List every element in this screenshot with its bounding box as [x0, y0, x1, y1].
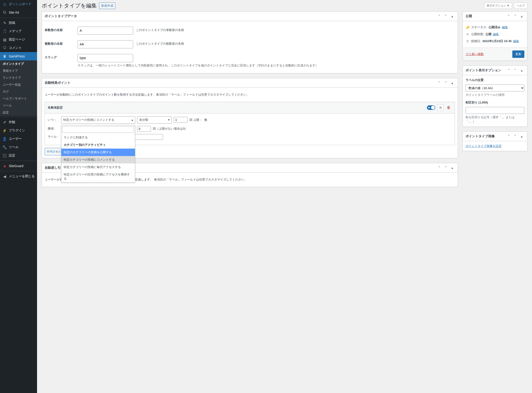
- edit-date-link[interactable]: 編集: [513, 39, 519, 43]
- add-new-button[interactable]: 新規作成: [99, 3, 115, 9]
- media-icon: 🎵: [2, 29, 7, 34]
- active-toggle[interactable]: [427, 105, 435, 110]
- label-position-label: ラベルの位置: [466, 78, 524, 82]
- box-title: ポイントタイプデータ: [45, 14, 77, 18]
- screen-options-tab[interactable]: 表示オプション ▼: [484, 3, 512, 9]
- duplicate-button[interactable]: ⧉: [437, 104, 443, 111]
- dropdown-option[interactable]: 特定カテゴリーの投稿に毎日アクセスする: [61, 163, 135, 171]
- earn-label: 獲得:: [48, 127, 59, 131]
- publish-box: 公開 ˄ ˅ ▴ 🔑 ステータス: 公開済み 編集 👁: [463, 11, 527, 61]
- sliders-icon: ⬛: [2, 153, 7, 158]
- admin-sidebar: ◷ダッシュボード GSite Kit ✎投稿 🎵メディア ▤固定ページ 🗨コメン…: [0, 0, 37, 393]
- plural-input[interactable]: [78, 40, 133, 48]
- count-input[interactable]: [174, 117, 187, 123]
- gamipress-submenu: ポイントタイプ 実績タイプ ランクタイプ ユーザー収益 ログ ヘルプ／サポート …: [0, 60, 37, 116]
- sidebar-item-pages[interactable]: ▤固定ページ: [0, 35, 37, 44]
- dropdown-option[interactable]: ランクに到達する: [61, 134, 135, 141]
- singular-desc: このポイントタイプの単数形の名前: [136, 27, 184, 32]
- slug-desc: スラッグは、一部のショートコード属性として内部参照に使用され、このポイントタイプ…: [78, 63, 455, 68]
- sidebar-item-users[interactable]: 👤ユーザー: [0, 135, 37, 143]
- toggle-icon[interactable]: ▴: [449, 80, 455, 86]
- move-down-icon[interactable]: ˅: [443, 80, 448, 86]
- display-options-box: ポイント表示オプション ˄ ˅ ▴ ラベルの位置 数値の後（10 AA） ポイン…: [463, 65, 527, 127]
- date-value: 2022年1月23日 15:45: [483, 39, 512, 43]
- dropdown-option[interactable]: 特定カテゴリーの投稿にコメントする: [61, 156, 135, 163]
- label-position-desc: ポイントタイプラベルの場所: [466, 93, 524, 97]
- main-content: ポイントタイプを編集 新規作成 表示オプション ▼ ヘルプ ポイントタイプデータ…: [37, 0, 532, 393]
- submenu-rank-types[interactable]: ランクタイプ: [0, 74, 37, 81]
- edit-visibility-link[interactable]: 編集: [493, 32, 499, 36]
- move-down-icon[interactable]: ˅: [512, 133, 518, 139]
- label-position-select[interactable]: 数値の後（10 AA）: [466, 84, 524, 91]
- thousands-sep-input[interactable]: [466, 107, 524, 114]
- comment-icon: 🗨: [2, 46, 7, 50]
- submenu-point-types[interactable]: ポイントタイプ: [0, 60, 37, 67]
- sidebar-item-dashboard[interactable]: ◷ダッシュボード: [0, 0, 37, 8]
- dropdown-option[interactable]: 特定のカテゴリーの投稿を公開する: [61, 149, 135, 156]
- sidebar-item-collapse[interactable]: ◀メニューを閉じる: [0, 172, 37, 181]
- sidebar-item-settings[interactable]: ⬛設定: [0, 151, 37, 160]
- sidebar-item-posts[interactable]: ✎投稿: [0, 19, 37, 27]
- move-down-icon[interactable]: ˅: [512, 13, 518, 19]
- point-image-box: ポイントタイプ画像 ˄ ˅ ▴ ポイントタイプ画像を設定: [463, 132, 527, 151]
- submenu-logs[interactable]: ログ: [0, 88, 37, 95]
- move-up-icon[interactable]: ˄: [436, 13, 442, 19]
- toggle-icon[interactable]: ▴: [519, 133, 524, 139]
- toggle-icon[interactable]: ▴: [449, 13, 455, 19]
- trigger-dropdown: ランクに到達する カテゴリー別のアクティビティ 特定のカテゴリーの投稿を公開する…: [61, 125, 135, 183]
- thousands-sep-label: 桁区切り (1,000): [466, 100, 524, 105]
- set-image-link[interactable]: ポイントタイプ画像を設定: [466, 144, 502, 148]
- sidebar-item-comments[interactable]: 🗨コメント: [0, 44, 37, 52]
- point-type-data-box: ポイントタイプデータ ˄ ˅ ▴ 単数形の名前 このポイントタイプの単数形の名前: [42, 11, 458, 73]
- move-up-icon[interactable]: ˄: [506, 133, 511, 139]
- delete-button[interactable]: 🗑: [445, 104, 452, 111]
- sidebar-item-appearance[interactable]: ✐外観: [0, 118, 37, 126]
- move-up-icon[interactable]: ˄: [506, 13, 511, 19]
- sidebar-item-gamipress[interactable]: ♛GamiPress: [0, 52, 37, 60]
- dropdown-search-input[interactable]: [62, 126, 134, 133]
- earn-input[interactable]: [137, 126, 151, 132]
- move-up-icon[interactable]: ˄: [506, 68, 511, 73]
- plural-desc: このポイントタイプの複数形の名前: [136, 40, 184, 46]
- thousands-sep-desc: 桁を区切りる記号（通常「,」または「.」）: [466, 115, 524, 124]
- singular-input[interactable]: [78, 27, 133, 35]
- move-down-icon[interactable]: ˅: [443, 165, 448, 171]
- help-tab[interactable]: ヘルプ: [514, 3, 527, 9]
- dropdown-option[interactable]: 特定カテゴリーの任意の投稿にアクセスを獲得する: [61, 171, 135, 182]
- submenu-user-earnings[interactable]: ユーザー収益: [0, 81, 37, 88]
- toggle-icon[interactable]: ▴: [519, 13, 524, 19]
- sidebar-item-plugins[interactable]: ⚡プラグイン: [0, 126, 37, 135]
- status-label: ステータス:: [471, 25, 487, 29]
- wrench-icon: 🔧: [2, 145, 7, 149]
- sidebar-item-siteguard[interactable]: ◆SiteGuard: [0, 162, 37, 170]
- submenu-tools[interactable]: ツール: [0, 102, 37, 109]
- auto-award-desc: ユーザーが自動的にこのポイントタイプのポイント数を取得する方法定義します。各項目…: [45, 90, 455, 99]
- move-down-icon[interactable]: ˅: [443, 13, 448, 19]
- limit-value: 無: [204, 118, 207, 122]
- submenu-achievement-types[interactable]: 実績タイプ: [0, 67, 37, 74]
- toggle-icon[interactable]: ▴: [519, 68, 524, 73]
- update-button[interactable]: 更新: [512, 50, 524, 58]
- slug-label: スラッグ: [45, 54, 75, 59]
- category-select[interactable]: 未分類▾: [137, 116, 172, 124]
- move-up-icon[interactable]: ˄: [436, 165, 442, 171]
- when-label: いつ：: [48, 118, 59, 122]
- submenu-settings[interactable]: 設定: [0, 109, 37, 116]
- trash-link[interactable]: ゴミ箱へ移動: [466, 52, 484, 56]
- sidebar-item-tools[interactable]: 🔧ツール: [0, 143, 37, 151]
- trigger-select[interactable]: 特定カテゴリーの投稿にコメントする▴: [61, 116, 135, 124]
- slug-input[interactable]: [78, 54, 133, 62]
- edit-status-link[interactable]: 編集: [502, 25, 508, 29]
- box-title: 自動特典ポイント: [45, 81, 71, 85]
- collapse-icon: ◀: [2, 174, 7, 179]
- toggle-icon[interactable]: ▴: [449, 165, 455, 171]
- plural-label: 複数形の名前: [45, 40, 75, 46]
- sidebar-item-sitekit[interactable]: GSite Kit: [0, 8, 37, 17]
- move-up-icon[interactable]: ˄: [436, 80, 442, 86]
- move-down-icon[interactable]: ˅: [512, 68, 518, 73]
- sidebar-item-media[interactable]: 🎵メディア: [0, 27, 37, 35]
- submenu-help[interactable]: ヘルプ／サポート: [0, 95, 37, 102]
- crown-icon: ♛: [2, 54, 7, 59]
- key-icon: 🔑: [466, 26, 470, 29]
- earn-suffix: 回（上限がない場合は0): [153, 127, 186, 131]
